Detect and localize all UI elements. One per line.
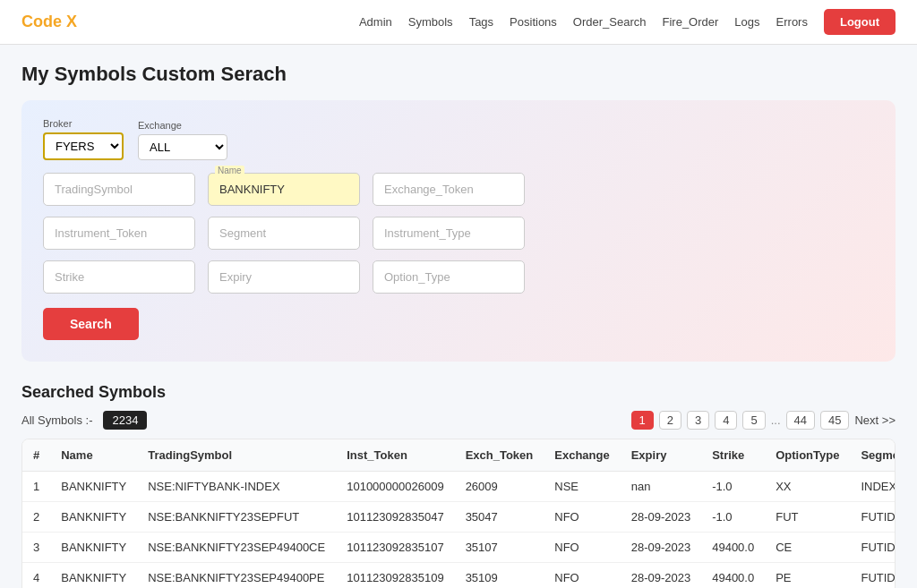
table-header: # Name TradingSymbol Inst_Token Exch_Tok… <box>22 439 896 472</box>
nav-admin[interactable]: Admin <box>359 15 392 29</box>
instrument-type-input[interactable] <box>373 217 525 250</box>
nav-fire-order[interactable]: Fire_Order <box>663 15 719 29</box>
table-cell: 4 <box>22 563 50 589</box>
exchange-label: Exchange <box>138 120 227 131</box>
col-strike: Strike <box>701 439 765 472</box>
exchange-token-input[interactable] <box>373 173 525 206</box>
exchange-select[interactable]: ALL NSE NFO BSE MCX <box>138 134 227 160</box>
table-row: 3BANKNIFTYNSE:BANKNIFTY23SEP49400CE10112… <box>22 533 896 563</box>
page-btn-5[interactable]: 5 <box>742 411 765 430</box>
search-button[interactable]: Search <box>43 308 139 340</box>
table-cell: FUTIDX <box>850 563 896 589</box>
col-segment: Segment <box>850 439 896 472</box>
all-symbols-label: All Symbols :- <box>21 413 92 427</box>
results-title: Searched Symbols <box>21 383 896 402</box>
table-row: 2BANKNIFTYNSE:BANKNIFTY23SEPFUT101123092… <box>22 502 896 533</box>
instrument-token-input[interactable] <box>43 217 195 250</box>
page-btn-45[interactable]: 45 <box>820 411 849 430</box>
page-btn-1[interactable]: 1 <box>631 411 654 430</box>
table-cell: 1 <box>22 472 50 502</box>
page-btn-4[interactable]: 4 <box>715 411 737 430</box>
table-cell: INDEX <box>850 472 896 502</box>
table-cell: 101000000026009 <box>336 472 454 502</box>
nav-tags[interactable]: Tags <box>469 15 493 29</box>
table-cell: NSE:BANKNIFTY23SEPFUT <box>137 502 336 533</box>
table-cell: 28-09-2023 <box>621 563 702 589</box>
all-symbols-badge: 2234 <box>103 411 147 430</box>
table-cell: FUT <box>765 502 850 533</box>
table-cell: PE <box>765 563 850 589</box>
broker-exchange-row: Broker FYERS ZERODHA UPSTOX Exchange ALL… <box>43 118 874 160</box>
results-meta: All Symbols :- 2234 1 2 3 4 5 ... 44 45 … <box>21 411 896 430</box>
table-cell: 49400.0 <box>701 563 765 589</box>
table-cell: BANKNIFTY <box>50 533 137 563</box>
table-cell: BANKNIFTY <box>50 563 137 589</box>
table-cell: XX <box>765 472 850 502</box>
table-cell: 26009 <box>455 472 544 502</box>
page-btn-44[interactable]: 44 <box>786 411 815 430</box>
table-cell: 49400.0 <box>701 533 765 563</box>
col-num: # <box>22 439 50 472</box>
segment-input[interactable] <box>208 217 360 250</box>
table-cell: 35109 <box>455 563 544 589</box>
results-table: # Name TradingSymbol Inst_Token Exch_Tok… <box>22 439 896 588</box>
table-cell: NFO <box>544 502 620 533</box>
table-cell: NFO <box>544 533 620 563</box>
table-cell: -1.0 <box>701 472 765 502</box>
results-tbody: 1BANKNIFTYNSE:NIFTYBANK-INDEX10100000002… <box>22 472 896 589</box>
col-name: Name <box>50 439 137 472</box>
broker-group: Broker FYERS ZERODHA UPSTOX <box>43 118 124 160</box>
table-cell: CE <box>765 533 850 563</box>
symbols-count-area: All Symbols :- 2234 <box>21 411 147 430</box>
col-exch-token: Exch_Token <box>455 439 544 472</box>
field-row-3 <box>43 260 874 294</box>
nav-symbols[interactable]: Symbols <box>408 15 453 29</box>
table-cell: 101123092835107 <box>336 533 454 563</box>
main-content: My Symbols Custom Serach Broker FYERS ZE… <box>0 45 917 588</box>
table-cell: FUTIDX <box>850 533 896 563</box>
logout-button[interactable]: Logout <box>824 9 896 35</box>
page-dots: ... <box>771 413 781 427</box>
option-type-input[interactable] <box>373 260 525 294</box>
page-title: My Symbols Custom Serach <box>21 63 896 86</box>
nav-logs[interactable]: Logs <box>734 15 759 29</box>
col-trading-symbol: TradingSymbol <box>137 439 336 472</box>
page-btn-3[interactable]: 3 <box>687 411 709 430</box>
nav-links: Admin Symbols Tags Positions Order_Searc… <box>359 9 896 35</box>
table-cell: FUTIDX <box>850 502 896 533</box>
expiry-input[interactable] <box>208 260 360 294</box>
col-inst-token: Inst_Token <box>336 439 454 472</box>
table-cell: 101123092835109 <box>336 563 454 589</box>
table-cell: 28-09-2023 <box>621 533 702 563</box>
table-cell: BANKNIFTY <box>50 502 137 533</box>
nav-errors[interactable]: Errors <box>776 15 808 29</box>
table-cell: NSE:NIFTYBANK-INDEX <box>137 472 336 502</box>
nav-positions[interactable]: Positions <box>510 15 557 29</box>
table-cell: 3 <box>22 533 50 563</box>
results-table-wrap: # Name TradingSymbol Inst_Token Exch_Tok… <box>21 439 896 588</box>
results-section: Searched Symbols All Symbols :- 2234 1 2… <box>21 383 896 588</box>
nav-order-search[interactable]: Order_Search <box>573 15 647 29</box>
table-cell: 35047 <box>455 502 544 533</box>
table-cell: 28-09-2023 <box>621 502 702 533</box>
strike-input[interactable] <box>43 260 195 294</box>
table-cell: NSE:BANKNIFTY23SEP49400PE <box>137 563 336 589</box>
table-cell: NFO <box>544 563 620 589</box>
brand-x: X <box>66 13 77 30</box>
exchange-group: Exchange ALL NSE NFO BSE MCX <box>138 120 227 160</box>
broker-select[interactable]: FYERS ZERODHA UPSTOX <box>43 132 124 160</box>
page-next-button[interactable]: Next >> <box>854 413 896 427</box>
table-cell: BANKNIFTY <box>50 472 137 502</box>
table-row: 1BANKNIFTYNSE:NIFTYBANK-INDEX10100000002… <box>22 472 896 502</box>
table-cell: 101123092835047 <box>336 502 454 533</box>
table-cell: nan <box>621 472 702 502</box>
name-input[interactable] <box>208 173 360 206</box>
page-btn-2[interactable]: 2 <box>659 411 681 430</box>
field-row-2 <box>43 217 874 250</box>
pagination: 1 2 3 4 5 ... 44 45 Next >> <box>631 411 896 430</box>
name-floating-label: Name <box>215 166 244 175</box>
table-row: 4BANKNIFTYNSE:BANKNIFTY23SEP49400PE10112… <box>22 563 896 589</box>
name-field-wrapper: Name <box>208 173 360 206</box>
brand: Code X <box>21 13 77 31</box>
trading-symbol-input[interactable] <box>43 173 195 206</box>
